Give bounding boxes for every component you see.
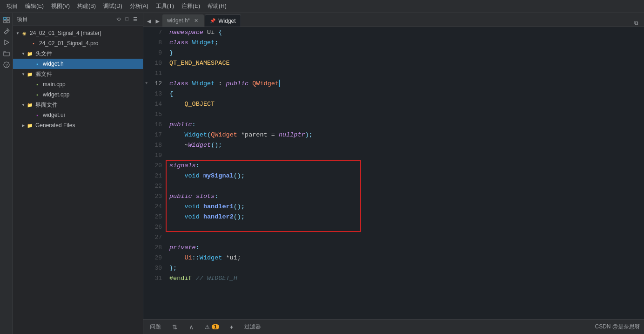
bottom-sync-icon[interactable]: ⇅ — [169, 322, 181, 332]
tree-item-label: 24_02_01_Signal_4.pro — [39, 40, 98, 47]
svg-rect-1 — [7, 17, 9, 20]
fold-arrow-12[interactable]: ▼ — [145, 81, 148, 86]
token-kw-private: private — [169, 244, 196, 251]
token-kw-public: public — [169, 193, 192, 200]
sidebar-icon-dir[interactable] — [1, 48, 12, 59]
token-macro: QT_END_NAMESPACE — [169, 60, 230, 67]
bottom-filter-label[interactable]: 过滤器 — [242, 322, 264, 332]
sidebar-icon-help[interactable]: ? — [1, 60, 12, 70]
tree-item-widget-ui[interactable]: ▪ widget.ui — [13, 110, 143, 120]
tab-widget-h[interactable]: widget.h* ✕ — [162, 14, 204, 27]
sidebar-icon-debug[interactable] — [1, 37, 12, 48]
token-class-name: Widget — [200, 254, 222, 261]
code-content[interactable]: namespace Ui {class Widget;}QT_END_NAMES… — [166, 27, 644, 319]
bottom-panel: 问题 ⇅ ∧ ⚠ 1 ♦ 过滤器 CSDN @是奈思呀 — [143, 319, 644, 334]
token-normal — [200, 172, 203, 179]
token-punct: (); — [234, 172, 245, 179]
line-numbers: 7891011▼12131415161718192021222324252627… — [143, 27, 166, 319]
token-normal — [169, 213, 184, 220]
h-file-icon: ▪ — [34, 60, 41, 68]
warning-icon: ⚠ — [205, 324, 210, 330]
token-normal — [169, 101, 184, 108]
token-normal: ~ — [169, 142, 188, 149]
expand-arrow: ▼ — [20, 71, 26, 77]
svg-text:?: ? — [6, 63, 8, 68]
tab-split-icon[interactable]: ⧉ — [634, 20, 638, 27]
code-line-30: }; — [169, 263, 640, 273]
token-kw-public: public — [169, 121, 192, 128]
token-fn-name: handler2 — [203, 213, 234, 220]
file-tree-content: ▼ ◉ 24_02_01_Signal_4 [master] ▪ 24_02_0… — [13, 26, 143, 334]
token-kw-type-ui: Ui — [184, 254, 192, 261]
token-normal — [200, 203, 203, 210]
line-number-13: 13 — [143, 89, 166, 99]
tree-item-label: widget.ui — [43, 112, 65, 118]
token-normal: Ui — [203, 29, 218, 36]
sidebar-icon-project[interactable] — [1, 15, 12, 25]
file-tree-sync-btn[interactable]: ⟲ — [115, 16, 122, 23]
no-arrow — [24, 41, 30, 46]
bottom-tab-problems[interactable]: 问题 — [147, 322, 164, 332]
file-tree-menu-btn[interactable]: ☰ — [132, 16, 139, 23]
menu-analyze[interactable]: 分析(A) — [127, 1, 151, 11]
token-kw-qwidget: QWidget — [211, 131, 237, 138]
menu-help[interactable]: 帮助(H) — [205, 1, 229, 11]
tree-item-project[interactable]: ▼ ◉ 24_02_01_Signal_4 [master] — [13, 28, 143, 38]
folder-icon: 📁 — [26, 70, 34, 78]
line-number-24: 24 — [143, 201, 166, 211]
token-macro: Q_OBJECT — [184, 101, 215, 108]
tree-item-generated-folder[interactable]: ▶ 📁 Generated Files — [13, 120, 143, 130]
tree-item-main-cpp[interactable]: ▪ main.cpp — [13, 79, 143, 89]
tree-item-widget-cpp[interactable]: ▪ widget.cpp — [13, 89, 143, 100]
tree-item-headers-folder[interactable]: ▼ 📁 头文件 — [13, 48, 143, 59]
tab-close-widget-h[interactable]: ✕ — [193, 17, 199, 24]
code-line-28: private: — [169, 242, 640, 252]
code-line-24: void handler1(); — [169, 201, 640, 211]
tab-label: Widget — [218, 18, 235, 24]
tree-item-widget-h[interactable]: ▪ widget.h — [13, 59, 143, 69]
bottom-right-text: CSDN @是奈思呀 — [595, 323, 640, 331]
menu-comment[interactable]: 注释(E) — [179, 1, 203, 11]
code-line-16: public: — [169, 119, 640, 130]
tree-item-ui-folder[interactable]: ▼ 📁 界面文件 — [13, 100, 143, 110]
token-normal: *ui; — [222, 254, 241, 261]
code-line-21: void mySignal(); — [169, 170, 640, 181]
bottom-up-icon[interactable]: ∧ — [186, 322, 196, 332]
editor-area: ◀ ▶ widget.h* ✕ 📌 Widget ⧉ 7891011▼12131… — [143, 13, 644, 334]
tree-item-pro[interactable]: ▪ 24_02_01_Signal_4.pro — [13, 38, 143, 48]
tab-nav-right[interactable]: ▶ — [154, 15, 161, 27]
menu-debug[interactable]: 调试(D) — [101, 1, 125, 11]
file-tree-layout-btn[interactable]: □ — [124, 16, 130, 23]
token-normal — [169, 172, 184, 179]
sidebar-icon-edit[interactable] — [1, 26, 12, 36]
menu-edit[interactable]: 编辑(E) — [22, 1, 47, 11]
token-kw-null: nullptr — [279, 131, 305, 138]
code-line-29: Ui::Widget *ui; — [169, 252, 640, 263]
token-normal — [169, 203, 184, 210]
code-line-20: signals: — [169, 160, 640, 170]
tree-item-sources-folder[interactable]: ▼ 📁 源文件 — [13, 69, 143, 79]
line-number-14: 14 — [143, 99, 166, 109]
token-punct: { — [169, 90, 173, 97]
line-number-28: 28 — [143, 242, 166, 252]
tab-widget[interactable]: 📌 Widget — [205, 14, 241, 27]
line-number-12: ▼12 — [143, 78, 166, 89]
line-number-15: 15 — [143, 109, 166, 119]
project-icon: ◉ — [20, 29, 28, 37]
tab-nav-left[interactable]: ◀ — [145, 15, 153, 27]
token-kw-public: public — [226, 80, 249, 87]
expand-arrow: ▼ — [20, 102, 26, 108]
bottom-filter-icon[interactable]: ♦ — [228, 323, 236, 331]
line-number-17: 17 — [143, 130, 166, 140]
line-number-25: 25 — [143, 211, 166, 222]
menu-build[interactable]: 构建(B) — [74, 1, 99, 11]
token-punct: (); — [211, 142, 222, 149]
folder-icon: 📁 — [26, 122, 34, 129]
menu-tools[interactable]: 工具(T) — [153, 1, 177, 11]
code-line-19 — [169, 150, 640, 160]
bottom-warning-icon[interactable]: ⚠ 1 — [202, 323, 222, 331]
menu-project[interactable]: 项目 — [4, 1, 20, 11]
code-line-25: void handler2(); — [169, 211, 640, 222]
menu-view[interactable]: 视图(V) — [48, 1, 73, 11]
token-punct: (); — [234, 203, 245, 210]
